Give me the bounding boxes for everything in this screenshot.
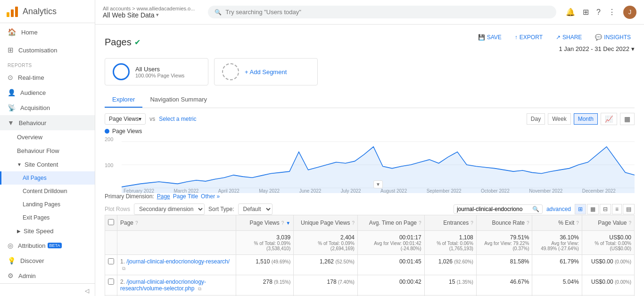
apps-icon[interactable]: ⊞ — [583, 8, 589, 17]
sidebar-item-overview[interactable]: Overview — [0, 130, 95, 144]
tab-navigation-summary[interactable]: Navigation Summary — [142, 92, 215, 108]
segment-label: All Users — [135, 66, 184, 73]
sidebar-item-all-pages[interactable]: All Pages — [0, 171, 95, 185]
list-view-button[interactable]: ≡ — [612, 204, 622, 214]
sort-type-select[interactable]: Default — [238, 203, 272, 215]
line-chart-button[interactable]: 📈 — [601, 113, 617, 125]
add-segment-button[interactable]: + Add Segment — [214, 58, 318, 85]
row1-page-value: US$0.00 (0.00%) — [582, 255, 634, 275]
sidebar-item-home[interactable]: 🏠 Home — [0, 23, 95, 41]
sidebar-item-discover[interactable]: 💡 Discover — [0, 253, 95, 268]
summary-view-button[interactable]: ▤ — [623, 204, 635, 214]
select-metric-link[interactable]: Select a metric — [159, 116, 196, 122]
select-all-checkbox[interactable] — [108, 219, 114, 225]
help-icon[interactable]: ? — [596, 8, 601, 17]
sidebar-item-admin[interactable]: ⚙ Admin — [0, 268, 95, 283]
sidebar-item-exit-pages[interactable]: Exit Pages — [0, 211, 95, 224]
plot-rows-button[interactable]: Plot Rows — [105, 206, 130, 212]
save-button[interactable]: 💾 SAVE — [474, 32, 505, 42]
totals-unique-page-views: 2,404 % of Total: 0.09% (2,694,169) — [294, 231, 358, 255]
sidebar-item-site-speed[interactable]: ▶ Site Speed — [0, 224, 95, 238]
day-button[interactable]: Day — [527, 113, 545, 125]
sidebar-item-customisation[interactable]: ⊞ Customisation — [0, 41, 95, 59]
share-button[interactable]: ↗ SHARE — [552, 32, 586, 42]
sidebar-item-realtime[interactable]: ⊙ Real-time — [0, 70, 95, 85]
dim-page-title-link[interactable]: Page Title — [173, 193, 198, 200]
search-bar[interactable]: 🔍 — [208, 6, 556, 18]
header-actions: 💾 SAVE ↑ EXPORT ↗ SHARE 💬 INSIGHTS — [474, 32, 635, 42]
bar-view-button[interactable]: ▦ — [587, 204, 599, 214]
user-avatar[interactable]: J — [623, 6, 636, 19]
header-page[interactable]: Page ? — [117, 215, 236, 231]
row1-checkbox-cell[interactable] — [105, 255, 117, 275]
pivot-view-button[interactable]: ⊟ — [600, 204, 611, 214]
avg-time-info-icon: ? — [419, 220, 421, 226]
share-icon: ↗ — [556, 34, 561, 41]
row2-page-link[interactable]: /journal-clinical-endocrionology-researc… — [120, 279, 206, 292]
sidebar-item-landing-pages[interactable]: Landing Pages — [0, 198, 95, 211]
advanced-link[interactable]: advanced — [546, 206, 571, 212]
realtime-label: Real-time — [18, 74, 44, 81]
sidebar-item-acquisition[interactable]: 📡 Acquisition — [0, 100, 95, 115]
header-avg-time[interactable]: Avg. Time on Page ? — [357, 215, 424, 231]
row1-page-link[interactable]: /journal-clinical-endocrionology-researc… — [126, 258, 230, 265]
audience-icon: 👤 — [8, 89, 16, 96]
header-unique-page-views[interactable]: Unique Page Views ? — [294, 215, 358, 231]
row2-num: 2. — [120, 279, 125, 285]
sidebar-item-attribution[interactable]: ◎ Attribution BETA — [0, 238, 95, 253]
sidebar-item-content-drilldown[interactable]: Content Drilldown — [0, 185, 95, 198]
month-button[interactable]: Month — [574, 113, 598, 125]
chart-controls: Page Views ▾ vs Select a metric Day Week… — [105, 113, 635, 125]
insights-button[interactable]: 💬 INSIGHTS — [591, 32, 635, 42]
table-search-icon[interactable]: 🔍 — [532, 206, 539, 212]
date-range-selector[interactable]: 1 Jan 2022 - 31 Dec 2022 ▾ — [559, 45, 635, 52]
table-controls: Primary Dimension: Page Page Title Other… — [105, 193, 635, 200]
content-area: Pages ✔ 💾 SAVE ↑ EXPORT ↗ SHARE — [95, 25, 644, 296]
row2-checkbox-cell[interactable] — [105, 275, 117, 296]
dim-page-link[interactable]: Page — [157, 193, 170, 200]
more-icon[interactable]: ⋮ — [608, 8, 616, 17]
export-button[interactable]: ↑ EXPORT — [511, 32, 546, 42]
header-page-value[interactable]: Page Value ? — [582, 215, 634, 231]
header-entrances[interactable]: Entrances ? — [424, 215, 476, 231]
table-search-input[interactable] — [457, 206, 532, 212]
sidebar-item-audience[interactable]: 👤 Audience — [0, 85, 95, 100]
sidebar-item-behaviour[interactable]: ▼ Behaviour — [0, 115, 95, 130]
secondary-dimension-select[interactable]: Secondary dimension — [134, 203, 205, 215]
week-button[interactable]: Week — [548, 113, 570, 125]
header-exit-pct[interactable]: % Exit ? — [532, 215, 582, 231]
row1-checkbox[interactable] — [108, 258, 114, 264]
content-drilldown-label: Content Drilldown — [23, 188, 67, 195]
row2-checkbox[interactable] — [108, 279, 114, 285]
grid-view-button[interactable]: ⊞ — [575, 204, 586, 214]
totals-checkbox-cell — [105, 231, 117, 255]
tab-explorer[interactable]: Explorer — [105, 92, 142, 108]
verified-icon: ✔ — [134, 38, 140, 47]
attribution-icon: ◎ — [8, 242, 13, 249]
metric-selector: Page Views ▾ vs Select a metric — [105, 113, 197, 125]
dim-other-link[interactable]: Other » — [201, 193, 220, 200]
topbar: All accounts > www.alliedacademies.o... … — [95, 0, 644, 25]
header-bounce-rate[interactable]: Bounce Rate ? — [476, 215, 532, 231]
exit-info-icon: ? — [576, 220, 579, 226]
bar-chart-button[interactable]: ▦ — [620, 113, 635, 125]
header-page-views[interactable]: Page Views ? ▼ — [236, 215, 294, 231]
site-speed-label: Site Speed — [24, 228, 54, 235]
row1-entrances: 1,026 (92.60%) — [424, 255, 476, 275]
sidebar-item-behaviour-flow[interactable]: Behaviour Flow — [0, 144, 95, 158]
search-filter[interactable]: 🔍 — [454, 204, 543, 214]
header-checkbox[interactable] — [105, 215, 117, 231]
row2-avg-time: 00:00:42 — [357, 275, 424, 296]
acquisition-icon: 📡 — [8, 104, 16, 111]
date-range-text: 1 Jan 2022 - 31 Dec 2022 — [559, 45, 629, 52]
property-selector[interactable]: All Web Site Data ▾ — [103, 11, 198, 19]
analytics-logo-icon — [6, 5, 19, 18]
metric-dropdown[interactable]: Page Views ▾ — [105, 113, 146, 125]
row2-entrances: 15 (1.35%) — [424, 275, 476, 296]
notification-icon[interactable]: 🔔 — [566, 8, 575, 17]
sidebar-site-content-section[interactable]: ▼ Site Content — [0, 158, 95, 171]
sidebar-collapse-button[interactable]: ◁ — [0, 283, 95, 296]
table-view-buttons: ⊞ ▦ ⊟ ≡ ▤ — [575, 204, 635, 214]
search-input[interactable] — [225, 8, 550, 16]
row1-num: 1. — [120, 258, 125, 265]
